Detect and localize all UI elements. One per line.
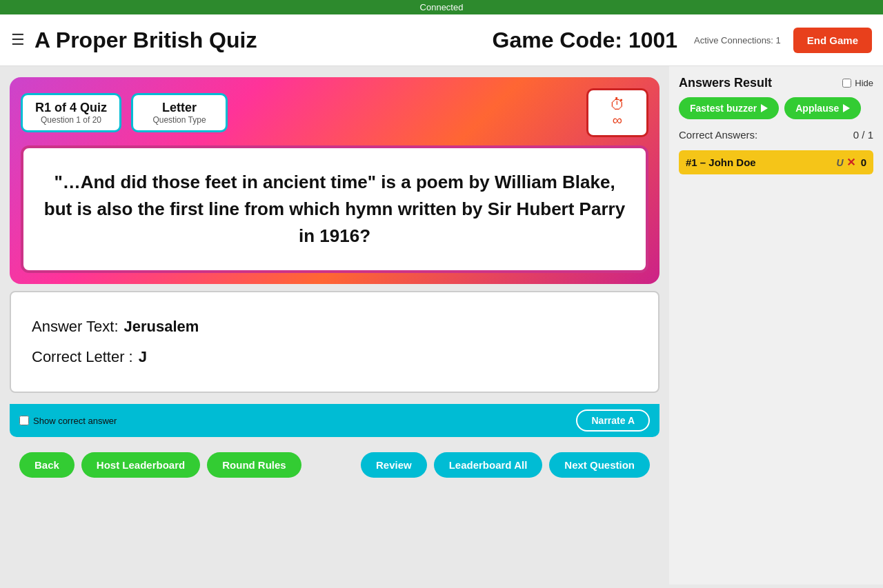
hide-checkbox[interactable] xyxy=(842,79,851,88)
leaderboard-all-button[interactable]: Leaderboard All xyxy=(434,452,543,478)
player-x: ✕ xyxy=(846,156,855,169)
next-question-button[interactable]: Next Question xyxy=(549,452,650,478)
header: ☰ A Proper British Quiz Game Code: 1001 … xyxy=(0,14,883,66)
answer-text-value: Jerusalem xyxy=(124,312,199,342)
question-type-box: Letter Question Type xyxy=(131,93,228,132)
answers-result-title: Answers Result xyxy=(679,76,772,90)
answer-text-line: Answer Text: Jerusalem xyxy=(32,312,637,342)
round-main: R1 of 4 Quiz xyxy=(35,101,107,115)
player-u: U xyxy=(837,157,844,168)
question-type-sub: Question Type xyxy=(146,115,213,125)
bottom-strip: Show correct answer Narrate A xyxy=(10,404,659,437)
fastest-buzzer-button[interactable]: Fastest buzzer xyxy=(679,97,779,119)
status-text: Connected xyxy=(420,2,464,12)
answer-box: Answer Text: Jerusalem Correct Letter : … xyxy=(10,291,659,393)
quiz-panel: R1 of 4 Quiz Question 1 of 20 Letter Que… xyxy=(10,77,659,284)
correct-answers-row: Correct Answers: 0 / 1 xyxy=(679,126,873,143)
active-connections: Active Connections: 1 xyxy=(694,35,781,45)
nav-buttons: Back Host Leaderboard Round Rules Review… xyxy=(10,444,659,486)
correct-letter-line: Correct Letter : J xyxy=(32,342,637,372)
timer-box: ⏱ ∞ xyxy=(586,88,648,137)
show-correct-label[interactable]: Show correct answer xyxy=(19,416,117,426)
round-info-box: R1 of 4 Quiz Question 1 of 20 xyxy=(21,93,121,132)
correct-letter-label: Correct Letter : xyxy=(32,342,133,372)
answers-result-header: Answers Result Hide xyxy=(679,76,873,90)
end-game-button[interactable]: End Game xyxy=(793,28,872,53)
right-panel: Answers Result Hide Fastest buzzer Appla… xyxy=(669,66,883,585)
app-title: A Proper British Quiz xyxy=(34,28,493,53)
action-buttons: Fastest buzzer Applause xyxy=(679,97,873,119)
status-bar: Connected xyxy=(0,0,883,14)
show-correct-checkbox[interactable] xyxy=(19,416,29,425)
correct-answers-value: 0 / 1 xyxy=(853,129,873,141)
review-button[interactable]: Review xyxy=(361,452,427,478)
game-code: Game Code: 1001 xyxy=(493,28,678,53)
round-sub: Question 1 of 20 xyxy=(35,115,107,125)
back-button[interactable]: Back xyxy=(19,452,75,478)
host-leaderboard-button[interactable]: Host Leaderboard xyxy=(81,452,200,478)
narrate-button[interactable]: Narrate A xyxy=(576,409,650,432)
question-box: "…And did those feet in ancient time" is… xyxy=(21,145,648,273)
play-icon-buzzer xyxy=(761,104,768,112)
applause-button[interactable]: Applause xyxy=(784,97,861,119)
answer-text-label: Answer Text: xyxy=(32,312,119,342)
play-icon-applause xyxy=(843,104,850,112)
question-text: "…And did those feet in ancient time" is… xyxy=(40,169,629,250)
info-row: R1 of 4 Quiz Question 1 of 20 Letter Que… xyxy=(21,88,648,137)
player-row: #1 – John Doe U ✕ 0 xyxy=(679,150,873,174)
correct-letter-value: J xyxy=(139,342,147,372)
timer-infinity: ∞ xyxy=(613,112,622,128)
timer-icon: ⏱ xyxy=(610,97,625,112)
hide-checkbox-label[interactable]: Hide xyxy=(842,78,873,88)
quiz-area: R1 of 4 Quiz Question 1 of 20 Letter Que… xyxy=(0,66,669,585)
round-rules-button[interactable]: Round Rules xyxy=(207,452,301,478)
correct-answers-label: Correct Answers: xyxy=(679,129,757,141)
player-name: #1 – John Doe xyxy=(686,156,837,168)
question-type-main: Letter xyxy=(146,101,213,115)
player-score: 0 xyxy=(861,156,866,168)
menu-icon[interactable]: ☰ xyxy=(11,31,25,49)
main-content: R1 of 4 Quiz Question 1 of 20 Letter Que… xyxy=(0,66,883,585)
